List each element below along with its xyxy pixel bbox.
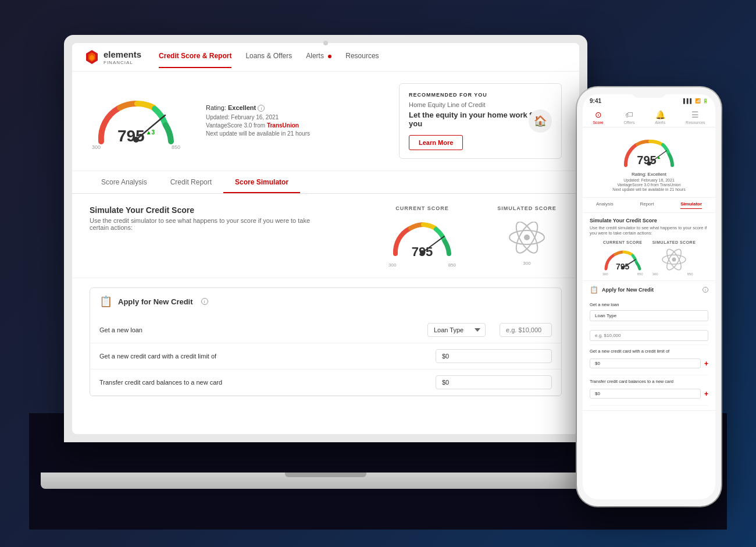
sub-tab-simulator[interactable]: Score Simulator: [223, 171, 300, 193]
phone-transfer-input[interactable]: [590, 389, 701, 399]
phone-sub-tab-report[interactable]: Report: [640, 201, 654, 209]
logo-sub-text: FINANCIAL: [104, 60, 141, 65]
phone-loan-type-select[interactable]: Loan Type: [590, 310, 708, 321]
simulated-gauge: [492, 216, 562, 260]
phone-next-update: Next update will be available in 21 hour…: [590, 187, 708, 191]
learn-more-button[interactable]: Learn More: [409, 135, 463, 150]
apply-row-loan: Get a new loan Loan Type: [90, 317, 561, 343]
phone-apply-header: 📋 Apply for New Credit i: [590, 286, 708, 294]
phone-device: 9:41 ▌▌▌ 📶 🔋 ⊙ Score 🏷 Offers 🔔: [577, 87, 721, 506]
next-update-row: Next update will be available in 21 hour…: [206, 130, 376, 137]
phone-simulated-label: SIMULATED SCORE: [652, 240, 696, 244]
phone-sub-tab-analysis[interactable]: Analysis: [596, 201, 614, 209]
phone-nav-offers[interactable]: 🏷 Offers: [624, 110, 635, 125]
nav-tab-alerts[interactable]: Alerts: [306, 52, 331, 62]
logo-icon: [84, 49, 100, 65]
phone-current-col: CURRENT SCORE 795: [602, 240, 643, 276]
nav-tab-loans[interactable]: Loans & Offers: [245, 52, 292, 62]
laptop-base: [41, 473, 611, 489]
current-min: 300: [388, 262, 396, 268]
phone-loan-label: Get a new loan: [590, 302, 708, 307]
phone-apply-title: Apply for New Credit: [602, 287, 654, 293]
logo-text-container: elements FINANCIAL: [104, 49, 141, 65]
transfer-amount-input[interactable]: $0: [436, 375, 552, 389]
loan-amount-input[interactable]: [500, 323, 552, 337]
alerts-nav-icon: 🔔: [655, 110, 665, 119]
sub-tabs: Score Analysis Credit Report Score Simul…: [72, 171, 579, 194]
phone-current-label: CURRENT SCORE: [602, 240, 643, 244]
phone-nav: ⊙ Score 🏷 Offers 🔔 Alerts ☰ Resources: [583, 106, 715, 127]
score-nav-icon: ⊙: [595, 110, 602, 119]
phone-transfer-plus[interactable]: +: [704, 390, 708, 398]
phone-vantage: VantageScore 3.0 from TransUnion: [590, 183, 708, 187]
phone-nav-score[interactable]: ⊙ Score: [593, 110, 603, 125]
apply-title: Apply for New Credit: [118, 297, 193, 306]
nav-tab-credit-score[interactable]: Credit Score & Report: [159, 52, 231, 62]
phone-current-labels: 300 850: [602, 272, 643, 276]
gauge-score-value: 795 ▲3: [117, 127, 155, 145]
atom-svg: [504, 222, 550, 254]
current-max: 850: [448, 262, 456, 268]
phone-amount-row: [590, 325, 708, 345]
phone-sub-tab-simulator[interactable]: Simulator: [680, 201, 702, 209]
vantage-row: VantageScore 3.0 from TransUnion: [206, 122, 376, 129]
phone-screen: 9:41 ▌▌▌ 📶 🔋 ⊙ Score 🏷 Offers 🔔: [583, 94, 715, 499]
sub-tab-credit-report[interactable]: Credit Report: [159, 171, 223, 193]
phone-notch: [632, 87, 666, 98]
gauge-max: 850: [172, 144, 180, 150]
phone-amount-input[interactable]: [590, 330, 708, 341]
current-score-col: CURRENT SCORE: [387, 205, 457, 260]
laptop-screen: elements FINANCIAL Credit Score & Report…: [72, 43, 579, 434]
phone-nav-alerts[interactable]: 🔔 Alerts: [655, 110, 665, 125]
phone-apply-section: 📋 Apply for New Credit i Get a new loan …: [583, 281, 715, 411]
rating-info-icon[interactable]: i: [258, 105, 265, 112]
laptop-nav: elements FINANCIAL Credit Score & Report…: [72, 43, 579, 72]
phone-current-gauge: 795: [602, 247, 643, 272]
phone-score-comparison: CURRENT SCORE 795: [590, 240, 708, 276]
nav-tab-resources[interactable]: Resources: [345, 52, 379, 62]
phone-time: 9:41: [590, 98, 601, 104]
phone-simulator: Simulate Your Credit Score Use the credi…: [583, 213, 715, 281]
current-gauge: 795 300 850: [387, 216, 457, 260]
simulated-score-col: SIMULATED SCORE 300: [492, 205, 562, 266]
score-info: Rating: Excellent i Updated: February 16…: [206, 104, 376, 138]
scene: elements FINANCIAL Credit Score & Report…: [29, 17, 727, 530]
svg-point-18: [672, 258, 676, 262]
phone-simulator-desc: Use the credit simulator to see what hap…: [590, 225, 708, 236]
loan-type-select[interactable]: Loan Type: [427, 323, 486, 337]
svg-point-10: [524, 235, 530, 240]
phone-current-score: 795: [616, 262, 629, 271]
score-section: 795 ▲3 300 850 Rating: Excellent i Updat…: [72, 72, 579, 171]
simulator-info: Simulate Your Credit Score Use the credi…: [90, 205, 370, 266]
alert-dot: [328, 55, 331, 58]
phone-rating: Rating: Excellent: [590, 172, 708, 177]
phone-loan-row: Get a new loan Loan Type: [590, 299, 708, 325]
phone-sub-tabs: Analysis Report Simulator: [583, 198, 715, 213]
offers-nav-icon: 🏷: [625, 110, 633, 119]
laptop-camera: [323, 41, 328, 45]
phone-atom-svg: [659, 247, 689, 272]
current-score-value: 795: [412, 244, 433, 260]
phone-transfer-label: Transfer credit card balances to a new c…: [590, 379, 708, 384]
simulator-section: Simulate Your Credit Score Use the credi…: [72, 194, 579, 278]
apply-header: 📋 Apply for New Credit i: [90, 288, 561, 308]
resources-nav-icon: ☰: [691, 110, 699, 119]
phone-credit-input[interactable]: [590, 358, 701, 368]
phone-gauge: 795 ▲: [620, 133, 678, 169]
phone-nav-resources[interactable]: ☰ Resources: [686, 110, 705, 125]
logo: elements FINANCIAL: [84, 49, 141, 65]
score-comparison: CURRENT SCORE: [387, 205, 562, 266]
phone-status-icons: ▌▌▌ 📶 🔋: [683, 98, 708, 104]
phone-credit-plus[interactable]: +: [704, 360, 708, 368]
phone-simulated-col: SIMULATED SCORE 300 850: [652, 240, 696, 276]
simulated-score-label: SIMULATED SCORE: [492, 205, 562, 211]
credit-amount-input[interactable]: $0: [436, 349, 552, 363]
phone-apply-info[interactable]: i: [702, 287, 708, 293]
apply-transfer-label: Transfer credit card balances to a new c…: [99, 379, 426, 386]
phone-credit-label: Get a new credit card with a credit limi…: [590, 349, 708, 354]
apply-row-credit: Get a new credit card with a credit limi…: [90, 343, 561, 370]
apply-info-icon[interactable]: i: [201, 298, 208, 305]
battery-icon: 🔋: [702, 98, 708, 104]
simulator-title: Simulate Your Credit Score: [90, 205, 370, 215]
sub-tab-analysis[interactable]: Score Analysis: [90, 171, 159, 193]
